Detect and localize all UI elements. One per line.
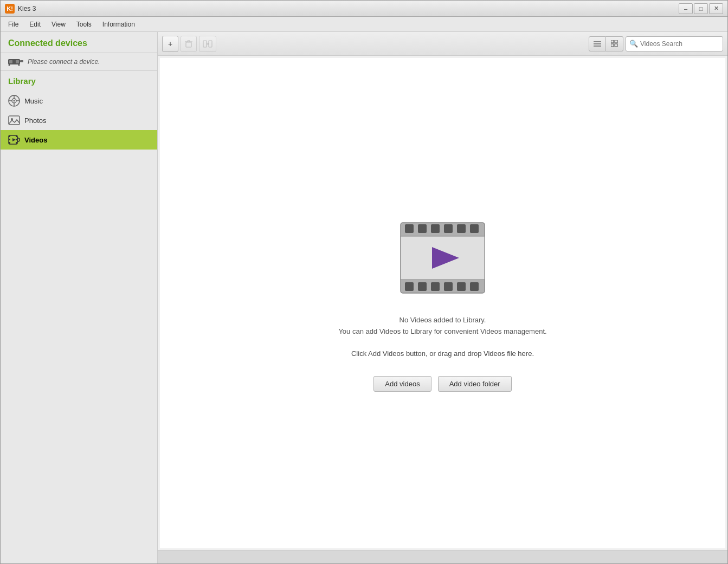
menu-bar: File Edit View Tools Information bbox=[1, 17, 727, 32]
connected-devices-title: Connected devices bbox=[8, 38, 150, 48]
search-icon: 🔍 bbox=[629, 40, 638, 48]
svg-point-5 bbox=[18, 64, 20, 66]
usb-device-icon bbox=[8, 57, 23, 66]
app-window: K! Kies 3 – □ ✕ File Edit View Tools Inf… bbox=[0, 0, 728, 564]
svg-rect-30 bbox=[209, 41, 212, 47]
content-area: + bbox=[158, 32, 727, 563]
title-bar-left: K! Kies 3 bbox=[5, 4, 36, 14]
svg-marker-23 bbox=[17, 138, 20, 142]
svg-point-4 bbox=[9, 64, 10, 66]
svg-marker-22 bbox=[12, 138, 16, 141]
title-bar: K! Kies 3 – □ ✕ bbox=[1, 1, 727, 17]
sidebar-item-videos[interactable]: Videos bbox=[1, 130, 157, 150]
svg-rect-17 bbox=[9, 139, 10, 140]
svg-rect-29 bbox=[203, 41, 207, 47]
svg-rect-36 bbox=[615, 40, 617, 43]
svg-rect-13 bbox=[9, 116, 20, 125]
delete-button[interactable] bbox=[181, 36, 197, 52]
device-message: Please connect a device. bbox=[28, 58, 100, 66]
menu-edit[interactable]: Edit bbox=[24, 18, 46, 30]
empty-text-secondary: Click Add Videos button, or drag and dro… bbox=[351, 348, 534, 360]
svg-rect-46 bbox=[470, 224, 479, 233]
menu-information[interactable]: Information bbox=[97, 18, 140, 30]
view-toggle bbox=[589, 36, 623, 51]
grid-view-icon bbox=[611, 40, 619, 48]
sidebar-music-label: Music bbox=[24, 97, 43, 105]
transfer-button[interactable] bbox=[199, 36, 216, 52]
add-videos-button[interactable]: Add videos bbox=[373, 376, 431, 392]
main-layout: Connected devices Please connect a devic… bbox=[1, 32, 727, 563]
svg-rect-48 bbox=[418, 282, 427, 291]
delete-icon bbox=[184, 40, 193, 48]
svg-rect-18 bbox=[9, 142, 10, 144]
svg-rect-44 bbox=[444, 224, 453, 233]
close-button[interactable]: ✕ bbox=[709, 3, 723, 14]
sidebar-item-photos[interactable]: Photos bbox=[1, 111, 157, 130]
sidebar: Connected devices Please connect a devic… bbox=[1, 32, 158, 563]
search-input[interactable] bbox=[640, 40, 719, 48]
sidebar-item-music[interactable]: Music bbox=[1, 91, 157, 111]
list-view-icon bbox=[594, 41, 601, 47]
svg-rect-3 bbox=[20, 60, 23, 62]
menu-view[interactable]: View bbox=[46, 18, 71, 30]
svg-rect-2 bbox=[16, 60, 19, 63]
sidebar-photos-label: Photos bbox=[24, 116, 46, 125]
list-view-button[interactable] bbox=[589, 36, 606, 51]
empty-text-primary: No Videos added to Library. You can add … bbox=[338, 315, 546, 338]
svg-rect-49 bbox=[431, 282, 440, 291]
svg-rect-38 bbox=[615, 44, 617, 47]
menu-file[interactable]: File bbox=[3, 18, 24, 30]
svg-rect-52 bbox=[470, 282, 479, 291]
search-box: 🔍 bbox=[626, 36, 723, 51]
device-row: Please connect a device. bbox=[1, 53, 157, 71]
maximize-button[interactable]: □ bbox=[694, 3, 708, 14]
svg-rect-1 bbox=[9, 60, 12, 63]
add-video-folder-button[interactable]: Add video folder bbox=[438, 376, 512, 392]
svg-rect-43 bbox=[431, 224, 440, 233]
videos-icon bbox=[8, 134, 20, 146]
connected-devices-section: Connected devices bbox=[1, 32, 157, 53]
title-bar-controls: – □ ✕ bbox=[679, 3, 723, 14]
grid-view-button[interactable] bbox=[606, 36, 623, 51]
toolbar: + bbox=[158, 32, 727, 56]
sidebar-videos-label: Videos bbox=[24, 136, 47, 144]
svg-rect-35 bbox=[611, 40, 614, 43]
status-bar bbox=[158, 550, 727, 563]
menu-tools[interactable]: Tools bbox=[71, 18, 97, 30]
svg-point-8 bbox=[14, 100, 15, 102]
svg-rect-41 bbox=[405, 224, 414, 233]
photos-icon bbox=[8, 114, 20, 126]
empty-state: No Videos added to Library. You can add … bbox=[338, 215, 546, 391]
main-content: No Videos added to Library. You can add … bbox=[160, 58, 725, 548]
svg-rect-42 bbox=[418, 224, 427, 233]
transfer-icon bbox=[203, 40, 212, 48]
svg-rect-51 bbox=[457, 282, 466, 291]
minimize-button[interactable]: – bbox=[679, 3, 693, 14]
svg-rect-24 bbox=[186, 42, 191, 47]
add-button[interactable]: + bbox=[162, 36, 178, 52]
svg-rect-16 bbox=[9, 135, 10, 137]
app-title: Kies 3 bbox=[18, 5, 36, 12]
app-icon: K! bbox=[5, 4, 15, 14]
svg-rect-37 bbox=[611, 44, 614, 47]
svg-rect-19 bbox=[16, 135, 17, 137]
video-empty-icon bbox=[395, 215, 490, 304]
music-icon bbox=[8, 95, 20, 107]
svg-rect-50 bbox=[444, 282, 453, 291]
library-section: Library bbox=[1, 71, 157, 91]
action-buttons: Add videos Add video folder bbox=[373, 376, 511, 392]
svg-rect-47 bbox=[405, 282, 414, 291]
svg-rect-45 bbox=[457, 224, 466, 233]
library-title: Library bbox=[8, 76, 150, 86]
